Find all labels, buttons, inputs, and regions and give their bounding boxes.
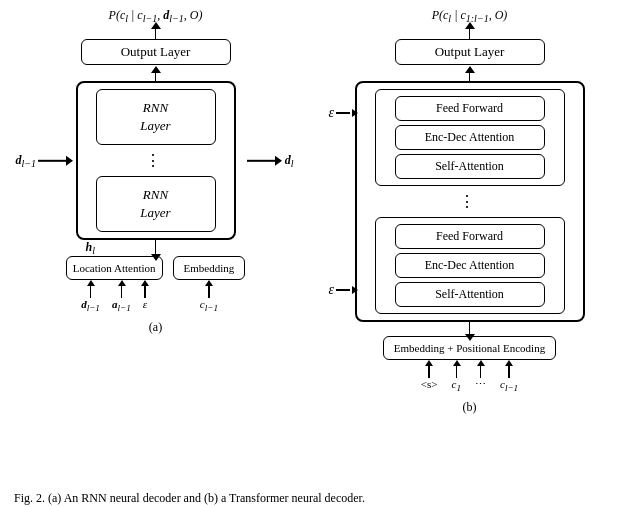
rnn-top-block: RNN Layer xyxy=(96,89,216,145)
epsilon-top-arrow: ε xyxy=(329,105,359,121)
arrow-from-rnn-left xyxy=(155,71,157,81)
input-c1-right: c1 xyxy=(452,378,461,393)
epsilon-bot-arrow: ε xyxy=(329,282,359,298)
feed-forward-top: Feed Forward xyxy=(395,96,545,121)
arrow-to-embed-pos xyxy=(469,322,471,336)
feed-forward-bot: Feed Forward xyxy=(395,224,545,249)
h-label: hl xyxy=(86,240,95,256)
arrow-down-to-attn xyxy=(155,240,157,256)
fig-caption: Fig. 2. (a) An RNN neural decoder and (b… xyxy=(0,484,640,507)
output-layer-left: Output Layer xyxy=(81,39,231,65)
d-right-arrow: dl xyxy=(247,153,294,169)
embedding-box-left: Embedding xyxy=(173,256,246,280)
input-d-left: dl−1 xyxy=(81,298,100,313)
arrow-from-transformer xyxy=(469,71,471,81)
output-layer-right: Output Layer xyxy=(395,39,545,65)
location-attention-box: Location Attention xyxy=(66,256,163,280)
arrow-to-output-right xyxy=(469,27,471,39)
d-left-arrow: dl−1 xyxy=(16,153,74,169)
rnn-bottom-block: RNN Layer xyxy=(96,176,216,232)
sub-label-a: (a) xyxy=(149,320,162,335)
arrow-to-output-left xyxy=(155,27,157,39)
transformer-bot-block: Feed Forward Enc-Dec Attention Self-Atte… xyxy=(375,217,565,314)
input-a-left: al−1 xyxy=(112,298,131,313)
input-c-left: cl−1 xyxy=(200,298,218,313)
transformer-outer-box: Feed Forward Enc-Dec Attention Self-Atte… xyxy=(355,81,585,322)
input-epsilon-left: ε xyxy=(143,298,147,310)
right-diagram: P(cl | c1:l−1, O) Output Layer ε ε xyxy=(325,8,615,415)
self-attn-top: Self-Attention xyxy=(395,154,545,179)
rnn-dots: ⋮ xyxy=(145,151,166,170)
self-attn-bot: Self-Attention xyxy=(395,282,545,307)
left-diagram: P(cl | cl−1, dl−1, O) Output Layer dl−1 xyxy=(26,8,286,335)
enc-dec-bot: Enc-Dec Attention xyxy=(395,253,545,278)
rnn-outer-box: RNN Layer ⋮ RNN Layer xyxy=(76,81,236,240)
transformer-top-block: Feed Forward Enc-Dec Attention Self-Atte… xyxy=(375,89,565,186)
input-dots-right: ⋯ xyxy=(475,378,486,391)
input-start-right: <s> xyxy=(421,378,438,390)
input-cl-right: cl−1 xyxy=(500,378,518,393)
transformer-dots: ⋮ xyxy=(459,192,480,211)
sub-label-b: (b) xyxy=(463,400,477,415)
enc-dec-top: Enc-Dec Attention xyxy=(395,125,545,150)
